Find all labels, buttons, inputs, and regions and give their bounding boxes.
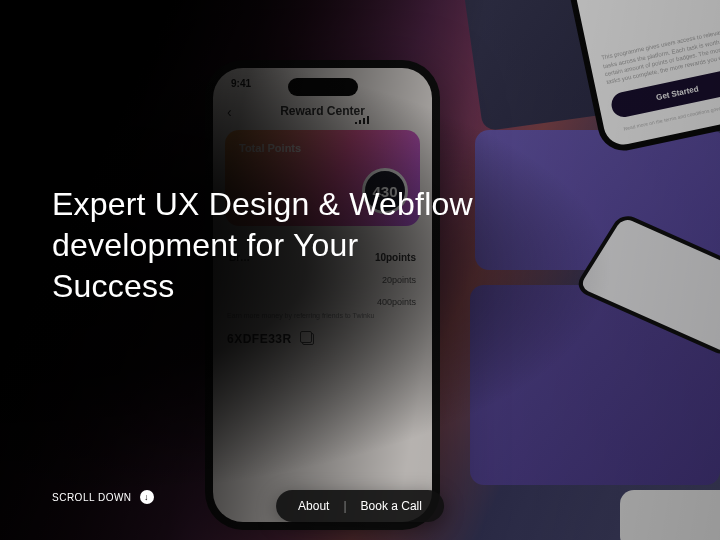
scroll-label: SCROLL DOWN: [52, 492, 132, 503]
hero-text: Expert UX Design & Webflow development f…: [52, 184, 482, 307]
arrow-down-icon: ↓: [140, 490, 154, 504]
nav-separator: |: [343, 499, 346, 513]
hero-section: 9:41 ‹ Reward Center Total Points 430 Br…: [0, 0, 720, 540]
nav-pill: About | Book a Call: [276, 490, 444, 522]
scroll-indicator[interactable]: SCROLL DOWN ↓: [52, 490, 154, 504]
nav-book-call[interactable]: Book a Call: [361, 499, 422, 513]
hero-headline: Expert UX Design & Webflow development f…: [52, 184, 482, 307]
nav-about[interactable]: About: [298, 499, 329, 513]
